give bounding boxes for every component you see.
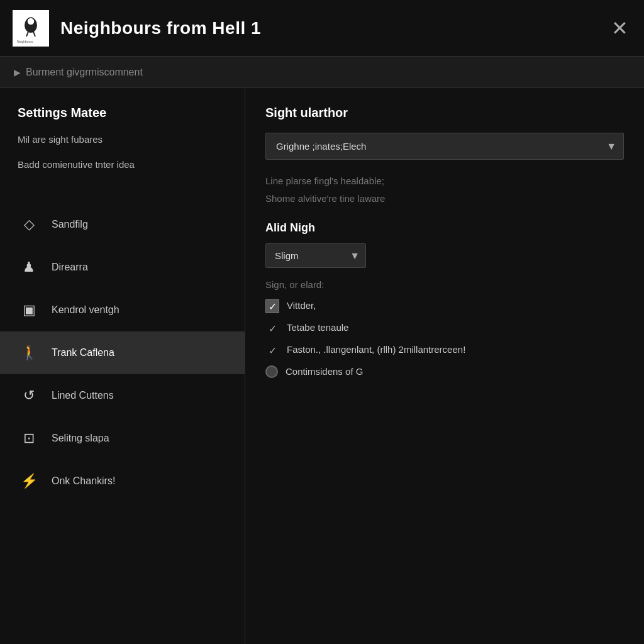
app-logo: Neighbours (13, 10, 49, 47)
checkbox-icon-1: ✓ (265, 321, 279, 335)
nav-label-selitng: Selitng slapa (52, 433, 109, 444)
nav-icon-selitng: ⊡ (18, 427, 40, 450)
sidebar-text-item-1: Mil are sight fubares (18, 133, 227, 147)
checkbox-text-2: Faston., .llangenlant, (rllh) 2millantre… (287, 343, 465, 356)
sidebar-nav-item-onk[interactable]: ⚡ Onk Chankirs! (0, 460, 245, 502)
sidebar-nav: ◇ Sandfilg ♟ Direarra ▣ Kendrol ventgh 🚶… (0, 203, 245, 502)
content-description: Line plarse fingl's healdable;Shome alvi… (265, 174, 624, 206)
nav-icon-trank: 🚶 (18, 341, 40, 364)
nav-label-kendrol: Kendrol ventgh (52, 304, 119, 316)
content-section-title: Sight ularthor (265, 106, 624, 120)
nav-icon-onk: ⚡ (18, 470, 40, 492)
nav-label-trank: Trank Caflena (52, 347, 114, 358)
checkbox-item-2[interactable]: ✓ Faston., .llangenlant, (rllh) 2millant… (265, 343, 624, 357)
content-sub-title: Alid Nigh (265, 221, 624, 235)
main-dropdown-wrapper[interactable]: Grighne ;inates;ElechOption 2Option 3 ▼ (265, 133, 624, 160)
nav-label-sandfilg: Sandfilg (52, 219, 88, 230)
svg-point-2 (27, 18, 35, 25)
breadcrumb-arrow-icon: ▶ (14, 67, 21, 77)
app-title: Neighbours from Hell 1 (60, 18, 608, 38)
checkbox-item-3[interactable]: Contimsidens of G (265, 365, 624, 378)
nav-icon-sandfilg: ◇ (18, 213, 40, 236)
checkbox-item-1[interactable]: ✓ Tetabe tenaule (265, 321, 624, 335)
sign-label: Sign, or elard: (265, 279, 624, 290)
sidebar-nav-item-sandfilg[interactable]: ◇ Sandfilg (0, 203, 245, 246)
small-dropdown-wrapper[interactable]: SligmOption 2Option 3 ▼ (265, 243, 366, 268)
close-button[interactable]: ✕ (608, 15, 631, 42)
sidebar-nav-item-trank[interactable]: 🚶 Trank Caflena (0, 331, 245, 374)
sidebar-text-items: Mil are sight fubares Badd comienutive t… (0, 133, 245, 198)
checkbox-text-3: Contimsidens of G (286, 365, 363, 378)
checkbox-text-1: Tetabe tenaule (287, 321, 348, 334)
sidebar: Settings Matee Mil are sight fubares Bad… (0, 88, 245, 644)
small-dropdown[interactable]: SligmOption 2Option 3 (265, 243, 366, 268)
sidebar-title: Settings Matee (0, 106, 245, 133)
nav-icon-lined: ↺ (18, 384, 40, 407)
main-dropdown[interactable]: Grighne ;inates;ElechOption 2Option 3 (265, 133, 624, 160)
sidebar-nav-item-kendrol[interactable]: ▣ Kendrol ventgh (0, 289, 245, 331)
sidebar-nav-item-lined[interactable]: ↺ Lined Cuttens (0, 374, 245, 417)
nav-icon-kendrol: ▣ (18, 299, 40, 321)
main-area: Settings Matee Mil are sight fubares Bad… (0, 88, 644, 644)
nav-label-onk: Onk Chankirs! (52, 475, 115, 487)
checkbox-icon-2: ✓ (265, 343, 279, 357)
sidebar-nav-item-selitng[interactable]: ⊡ Selitng slapa (0, 417, 245, 460)
nav-label-lined: Lined Cuttens (52, 390, 114, 401)
title-bar: Neighbours Neighbours from Hell 1 ✕ (0, 0, 644, 57)
checkbox-icon-3 (265, 365, 278, 378)
nav-icon-direarra: ♟ (18, 256, 40, 279)
sidebar-nav-item-direarra[interactable]: ♟ Direarra (0, 246, 245, 289)
checkbox-icon-0: ✓ (265, 299, 279, 313)
breadcrumb-bar: ▶ Burment givgrmiscomnent (0, 57, 644, 88)
nav-label-direarra: Direarra (52, 262, 88, 273)
breadcrumb-text: Burment givgrmiscomnent (26, 67, 143, 78)
checkbox-list: ✓ Vittder, ✓ Tetabe tenaule ✓ Faston., .… (265, 299, 624, 378)
content-area: Sight ularthor Grighne ;inates;ElechOpti… (245, 88, 644, 644)
sidebar-text-item-2: Badd comienutive tnter idea (18, 158, 227, 172)
svg-text:Neighbours: Neighbours (17, 40, 33, 43)
checkbox-text-0: Vittder, (287, 299, 316, 312)
checkbox-item-0[interactable]: ✓ Vittder, (265, 299, 624, 313)
